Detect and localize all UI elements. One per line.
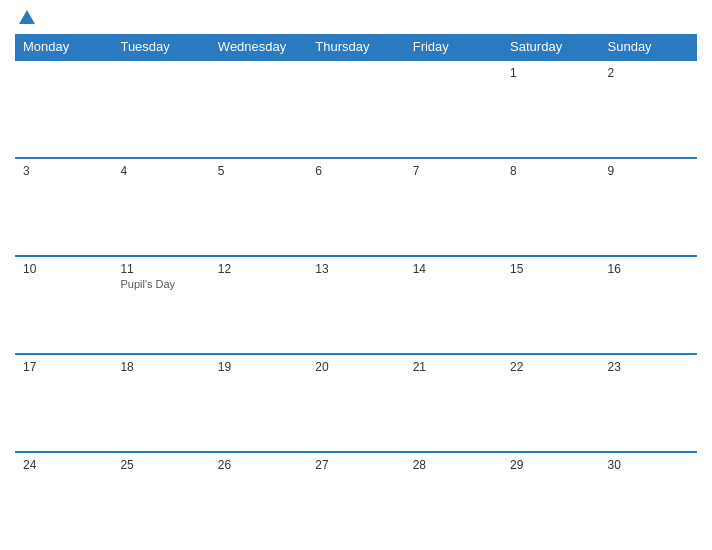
calendar-cell: 21 bbox=[405, 354, 502, 452]
calendar-cell: 23 bbox=[600, 354, 697, 452]
day-number: 8 bbox=[510, 164, 591, 178]
week-row-4: 17181920212223 bbox=[15, 354, 697, 452]
calendar-cell: 11Pupil's Day bbox=[112, 256, 209, 354]
calendar-cell: 29 bbox=[502, 452, 599, 540]
weekday-header-thursday: Thursday bbox=[307, 34, 404, 60]
calendar-cell: 17 bbox=[15, 354, 112, 452]
day-number: 29 bbox=[510, 458, 591, 472]
calendar-cell: 10 bbox=[15, 256, 112, 354]
day-number: 28 bbox=[413, 458, 494, 472]
calendar-cell: 9 bbox=[600, 158, 697, 256]
calendar-cell: 2 bbox=[600, 60, 697, 158]
calendar-cell: 12 bbox=[210, 256, 307, 354]
day-number: 1 bbox=[510, 66, 591, 80]
calendar-cell: 6 bbox=[307, 158, 404, 256]
calendar-wrapper: MondayTuesdayWednesdayThursdayFridaySatu… bbox=[0, 0, 712, 550]
calendar-cell: 26 bbox=[210, 452, 307, 540]
calendar-table: MondayTuesdayWednesdayThursdayFridaySatu… bbox=[15, 34, 697, 540]
weekday-header-tuesday: Tuesday bbox=[112, 34, 209, 60]
calendar-cell: 1 bbox=[502, 60, 599, 158]
calendar-cell: 28 bbox=[405, 452, 502, 540]
week-row-3: 1011Pupil's Day1213141516 bbox=[15, 256, 697, 354]
calendar-cell: 15 bbox=[502, 256, 599, 354]
calendar-cell bbox=[15, 60, 112, 158]
weekday-header-friday: Friday bbox=[405, 34, 502, 60]
calendar-cell: 22 bbox=[502, 354, 599, 452]
week-row-5: 24252627282930 bbox=[15, 452, 697, 540]
calendar-cell bbox=[112, 60, 209, 158]
day-number: 11 bbox=[120, 262, 201, 276]
day-number: 5 bbox=[218, 164, 299, 178]
day-number: 24 bbox=[23, 458, 104, 472]
day-number: 20 bbox=[315, 360, 396, 374]
calendar-cell: 8 bbox=[502, 158, 599, 256]
day-number: 18 bbox=[120, 360, 201, 374]
day-number: 4 bbox=[120, 164, 201, 178]
day-number: 30 bbox=[608, 458, 689, 472]
weekday-header-row: MondayTuesdayWednesdayThursdayFridaySatu… bbox=[15, 34, 697, 60]
day-number: 21 bbox=[413, 360, 494, 374]
day-number: 19 bbox=[218, 360, 299, 374]
day-number: 13 bbox=[315, 262, 396, 276]
calendar-cell: 19 bbox=[210, 354, 307, 452]
day-number: 27 bbox=[315, 458, 396, 472]
weekday-header-wednesday: Wednesday bbox=[210, 34, 307, 60]
day-number: 16 bbox=[608, 262, 689, 276]
day-number: 22 bbox=[510, 360, 591, 374]
calendar-cell bbox=[210, 60, 307, 158]
calendar-cell: 4 bbox=[112, 158, 209, 256]
calendar-cell bbox=[405, 60, 502, 158]
calendar-cell: 7 bbox=[405, 158, 502, 256]
day-number: 6 bbox=[315, 164, 396, 178]
day-number: 15 bbox=[510, 262, 591, 276]
holiday-label: Pupil's Day bbox=[120, 278, 201, 290]
day-number: 12 bbox=[218, 262, 299, 276]
day-number: 17 bbox=[23, 360, 104, 374]
calendar-header bbox=[15, 10, 697, 26]
calendar-cell bbox=[307, 60, 404, 158]
day-number: 7 bbox=[413, 164, 494, 178]
calendar-cell: 13 bbox=[307, 256, 404, 354]
calendar-cell: 30 bbox=[600, 452, 697, 540]
day-number: 25 bbox=[120, 458, 201, 472]
week-row-2: 3456789 bbox=[15, 158, 697, 256]
calendar-cell: 3 bbox=[15, 158, 112, 256]
day-number: 10 bbox=[23, 262, 104, 276]
day-number: 23 bbox=[608, 360, 689, 374]
calendar-cell: 14 bbox=[405, 256, 502, 354]
weekday-header-monday: Monday bbox=[15, 34, 112, 60]
day-number: 14 bbox=[413, 262, 494, 276]
calendar-cell: 16 bbox=[600, 256, 697, 354]
day-number: 3 bbox=[23, 164, 104, 178]
calendar-cell: 24 bbox=[15, 452, 112, 540]
week-row-1: 12 bbox=[15, 60, 697, 158]
logo bbox=[15, 10, 35, 26]
logo-triangle-icon bbox=[19, 10, 35, 24]
day-number: 2 bbox=[608, 66, 689, 80]
calendar-cell: 27 bbox=[307, 452, 404, 540]
weekday-header-sunday: Sunday bbox=[600, 34, 697, 60]
calendar-cell: 18 bbox=[112, 354, 209, 452]
weekday-header-saturday: Saturday bbox=[502, 34, 599, 60]
calendar-cell: 5 bbox=[210, 158, 307, 256]
day-number: 26 bbox=[218, 458, 299, 472]
calendar-cell: 25 bbox=[112, 452, 209, 540]
day-number: 9 bbox=[608, 164, 689, 178]
calendar-cell: 20 bbox=[307, 354, 404, 452]
